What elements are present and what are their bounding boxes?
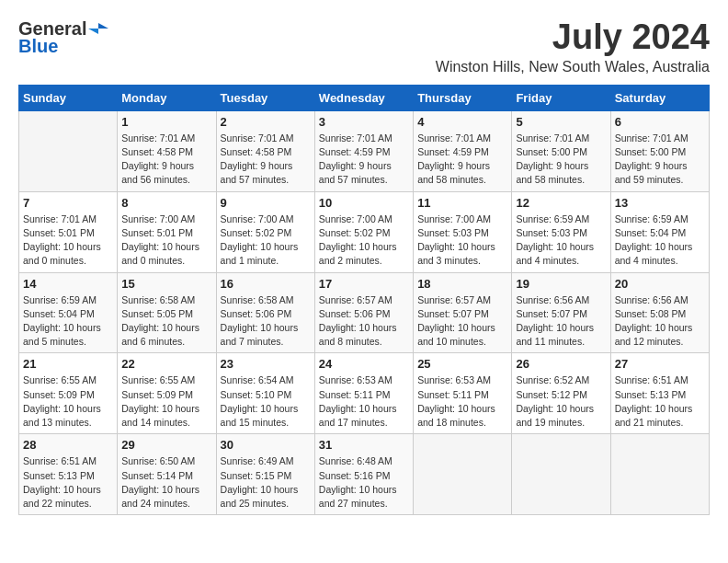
- day-number: 16: [221, 277, 311, 291]
- calendar-cell: 11Sunrise: 7:00 AM Sunset: 5:03 PM Dayli…: [414, 191, 512, 272]
- day-number: 6: [615, 115, 705, 129]
- day-info: Sunrise: 6:50 AM Sunset: 5:14 PM Dayligh…: [121, 454, 211, 511]
- calendar-cell: 16Sunrise: 6:58 AM Sunset: 5:06 PM Dayli…: [216, 272, 314, 353]
- day-number: 14: [23, 277, 113, 291]
- calendar-cell: 20Sunrise: 6:56 AM Sunset: 5:08 PM Dayli…: [610, 272, 709, 353]
- day-number: 8: [121, 196, 211, 210]
- day-number: 20: [615, 277, 705, 291]
- day-number: 24: [319, 357, 409, 371]
- day-number: 28: [23, 438, 113, 452]
- calendar-cell: 31Sunrise: 6:48 AM Sunset: 5:16 PM Dayli…: [314, 434, 413, 515]
- calendar-cell: 5Sunrise: 7:01 AM Sunset: 5:00 PM Daylig…: [512, 110, 610, 191]
- day-info: Sunrise: 6:55 AM Sunset: 5:09 PM Dayligh…: [121, 373, 211, 430]
- day-info: Sunrise: 7:01 AM Sunset: 5:00 PM Dayligh…: [516, 132, 606, 188]
- day-info: Sunrise: 6:59 AM Sunset: 5:03 PM Dayligh…: [516, 213, 606, 269]
- calendar-cell: 2Sunrise: 7:01 AM Sunset: 4:58 PM Daylig…: [216, 110, 314, 191]
- day-number: 23: [221, 357, 311, 371]
- day-of-week-thursday: Thursday: [414, 85, 512, 110]
- day-info: Sunrise: 6:57 AM Sunset: 5:07 PM Dayligh…: [417, 293, 507, 350]
- calendar-cell: 26Sunrise: 6:52 AM Sunset: 5:12 PM Dayli…: [512, 353, 610, 434]
- day-info: Sunrise: 6:53 AM Sunset: 5:11 PM Dayligh…: [417, 373, 507, 430]
- calendar-week-row: 28Sunrise: 6:51 AM Sunset: 5:13 PM Dayli…: [19, 434, 710, 515]
- day-number: 3: [319, 115, 409, 129]
- calendar-cell: 28Sunrise: 6:51 AM Sunset: 5:13 PM Dayli…: [19, 434, 118, 515]
- day-info: Sunrise: 6:54 AM Sunset: 5:10 PM Dayligh…: [221, 373, 311, 430]
- day-info: Sunrise: 7:00 AM Sunset: 5:01 PM Dayligh…: [121, 213, 211, 269]
- calendar-cell: [512, 434, 610, 515]
- day-number: 21: [23, 357, 113, 371]
- calendar-cell: 3Sunrise: 7:01 AM Sunset: 4:59 PM Daylig…: [314, 110, 413, 191]
- calendar-cell: 10Sunrise: 7:00 AM Sunset: 5:02 PM Dayli…: [314, 191, 413, 272]
- day-number: 19: [516, 277, 606, 291]
- days-of-week-row: SundayMondayTuesdayWednesdayThursdayFrid…: [19, 85, 710, 110]
- day-number: 18: [417, 277, 507, 291]
- calendar-cell: 13Sunrise: 6:59 AM Sunset: 5:04 PM Dayli…: [610, 191, 709, 272]
- calendar-cell: 21Sunrise: 6:55 AM Sunset: 5:09 PM Dayli…: [19, 353, 118, 434]
- calendar-cell: 24Sunrise: 6:53 AM Sunset: 5:11 PM Dayli…: [314, 353, 413, 434]
- day-info: Sunrise: 7:01 AM Sunset: 5:00 PM Dayligh…: [615, 132, 705, 188]
- calendar-cell: 19Sunrise: 6:56 AM Sunset: 5:07 PM Dayli…: [512, 272, 610, 353]
- title-section: July 2024 Winston Hills, New South Wales…: [436, 18, 710, 75]
- calendar-cell: [610, 434, 709, 515]
- calendar-cell: 4Sunrise: 7:01 AM Sunset: 4:59 PM Daylig…: [414, 110, 512, 191]
- day-number: 4: [417, 115, 507, 129]
- day-of-week-friday: Friday: [512, 85, 610, 110]
- day-info: Sunrise: 6:51 AM Sunset: 5:13 PM Dayligh…: [615, 373, 705, 430]
- calendar-table: SundayMondayTuesdayWednesdayThursdayFrid…: [18, 85, 710, 515]
- calendar-cell: 12Sunrise: 6:59 AM Sunset: 5:03 PM Dayli…: [512, 191, 610, 272]
- day-number: 9: [221, 196, 311, 210]
- day-number: 25: [417, 357, 507, 371]
- day-info: Sunrise: 6:59 AM Sunset: 5:04 PM Dayligh…: [615, 213, 705, 269]
- calendar-week-row: 7Sunrise: 7:01 AM Sunset: 5:01 PM Daylig…: [19, 191, 710, 272]
- calendar-cell: 15Sunrise: 6:58 AM Sunset: 5:05 PM Dayli…: [118, 272, 216, 353]
- day-number: 31: [319, 438, 409, 452]
- day-info: Sunrise: 6:53 AM Sunset: 5:11 PM Dayligh…: [319, 373, 409, 430]
- day-of-week-tuesday: Tuesday: [216, 85, 314, 110]
- calendar-cell: 7Sunrise: 7:01 AM Sunset: 5:01 PM Daylig…: [19, 191, 118, 272]
- day-of-week-sunday: Sunday: [19, 85, 118, 110]
- location-subtitle: Winston Hills, New South Wales, Australi…: [436, 59, 710, 75]
- day-info: Sunrise: 6:52 AM Sunset: 5:12 PM Dayligh…: [516, 373, 606, 430]
- calendar-cell: 25Sunrise: 6:53 AM Sunset: 5:11 PM Dayli…: [414, 353, 512, 434]
- day-number: 5: [516, 115, 606, 129]
- calendar-week-row: 21Sunrise: 6:55 AM Sunset: 5:09 PM Dayli…: [19, 353, 710, 434]
- svg-marker-1: [88, 29, 98, 34]
- month-year-title: July 2024: [436, 18, 710, 57]
- calendar-cell: 9Sunrise: 7:00 AM Sunset: 5:02 PM Daylig…: [216, 191, 314, 272]
- calendar-cell: 6Sunrise: 7:01 AM Sunset: 5:00 PM Daylig…: [610, 110, 709, 191]
- day-number: 13: [615, 196, 705, 210]
- calendar-cell: 29Sunrise: 6:50 AM Sunset: 5:14 PM Dayli…: [118, 434, 216, 515]
- calendar-cell: [19, 110, 118, 191]
- day-info: Sunrise: 7:01 AM Sunset: 4:58 PM Dayligh…: [221, 132, 311, 188]
- day-info: Sunrise: 6:58 AM Sunset: 5:06 PM Dayligh…: [221, 293, 311, 350]
- logo-blue-text: Blue: [18, 36, 58, 57]
- day-of-week-wednesday: Wednesday: [314, 85, 413, 110]
- day-info: Sunrise: 7:00 AM Sunset: 5:03 PM Dayligh…: [417, 213, 507, 269]
- calendar-cell: [414, 434, 512, 515]
- day-info: Sunrise: 7:01 AM Sunset: 4:59 PM Dayligh…: [417, 132, 507, 188]
- day-number: 17: [319, 277, 409, 291]
- day-info: Sunrise: 6:55 AM Sunset: 5:09 PM Dayligh…: [23, 373, 113, 430]
- calendar-week-row: 1Sunrise: 7:01 AM Sunset: 4:58 PM Daylig…: [19, 110, 710, 191]
- day-info: Sunrise: 6:48 AM Sunset: 5:16 PM Dayligh…: [319, 454, 409, 511]
- day-number: 1: [121, 115, 211, 129]
- day-info: Sunrise: 6:51 AM Sunset: 5:13 PM Dayligh…: [23, 454, 113, 511]
- day-number: 26: [516, 357, 606, 371]
- calendar-cell: 8Sunrise: 7:00 AM Sunset: 5:01 PM Daylig…: [118, 191, 216, 272]
- calendar-cell: 18Sunrise: 6:57 AM Sunset: 5:07 PM Dayli…: [414, 272, 512, 353]
- calendar-week-row: 14Sunrise: 6:59 AM Sunset: 5:04 PM Dayli…: [19, 272, 710, 353]
- logo: General Blue: [18, 18, 108, 57]
- day-number: 2: [221, 115, 311, 129]
- calendar-cell: 1Sunrise: 7:01 AM Sunset: 4:58 PM Daylig…: [118, 110, 216, 191]
- day-info: Sunrise: 6:58 AM Sunset: 5:05 PM Dayligh…: [121, 293, 211, 350]
- day-info: Sunrise: 6:57 AM Sunset: 5:06 PM Dayligh…: [319, 293, 409, 350]
- day-info: Sunrise: 7:01 AM Sunset: 4:58 PM Dayligh…: [121, 132, 211, 188]
- calendar-body: 1Sunrise: 7:01 AM Sunset: 4:58 PM Daylig…: [19, 110, 710, 514]
- calendar-header: SundayMondayTuesdayWednesdayThursdayFrid…: [19, 85, 710, 110]
- calendar-cell: 30Sunrise: 6:49 AM Sunset: 5:15 PM Dayli…: [216, 434, 314, 515]
- day-number: 12: [516, 196, 606, 210]
- day-of-week-monday: Monday: [118, 85, 216, 110]
- day-number: 29: [121, 438, 211, 452]
- day-of-week-saturday: Saturday: [610, 85, 709, 110]
- day-info: Sunrise: 7:00 AM Sunset: 5:02 PM Dayligh…: [319, 213, 409, 269]
